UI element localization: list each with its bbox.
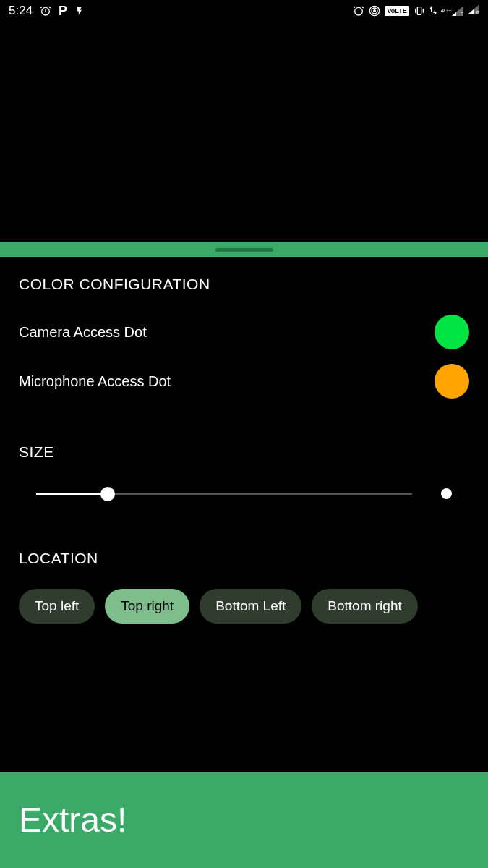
mic-color-dot[interactable]: [435, 364, 469, 399]
volte-badge: VoLTE: [385, 6, 408, 16]
svg-text:R: R: [461, 12, 463, 16]
status-time: 5:24: [9, 4, 33, 18]
svg-point-2: [374, 10, 376, 12]
size-slider[interactable]: [19, 488, 469, 499]
mic-color-label: Microphone Access Dot: [19, 373, 171, 390]
chip-bottom-right[interactable]: Bottom right: [312, 589, 417, 624]
location-chips: Top left Top right Bottom Left Bottom ri…: [19, 589, 469, 624]
color-config-header: COLOR CONFIGURATION: [19, 276, 469, 293]
slider-thumb[interactable]: [100, 487, 115, 501]
slider-preview-dot: [441, 488, 452, 499]
status-bar-right: VoLTE 4G+ R R: [353, 4, 479, 17]
size-section: SIZE: [19, 443, 469, 499]
camera-color-row[interactable]: Camera Access Dot: [19, 315, 469, 349]
status-bar: 5:24 P VoLTE 4G+ R R: [0, 0, 488, 22]
p-icon: P: [59, 4, 67, 19]
extras-banner[interactable]: Extras!: [0, 772, 488, 868]
alarm-icon: [40, 5, 51, 17]
mic-color-row[interactable]: Microphone Access Dot: [19, 364, 469, 399]
chip-top-left[interactable]: Top left: [19, 589, 95, 624]
size-header: SIZE: [19, 443, 469, 461]
camera-color-dot[interactable]: [435, 315, 469, 349]
location-section: LOCATION Top left Top right Bottom Left …: [19, 550, 469, 624]
extras-text: Extras!: [19, 800, 127, 840]
status-bar-left: 5:24 P: [9, 4, 85, 19]
drag-handle[interactable]: [215, 248, 273, 252]
alarm-icon-2: [353, 5, 364, 17]
slider-track[interactable]: [36, 493, 412, 495]
empty-area: [0, 22, 488, 242]
settings-content: COLOR CONFIGURATION Camera Access Dot Mi…: [0, 257, 488, 642]
hotspot-icon: [369, 5, 380, 17]
camera-color-label: Camera Access Dot: [19, 324, 147, 341]
chip-bottom-left[interactable]: Bottom Left: [200, 589, 301, 624]
svg-text:R: R: [476, 10, 479, 14]
chip-top-right[interactable]: Top right: [105, 589, 189, 624]
signal-icon-2: R: [468, 4, 479, 17]
slider-fill: [36, 493, 108, 495]
svg-rect-5: [417, 7, 421, 15]
drag-handle-bar[interactable]: [0, 242, 488, 257]
color-config-section: COLOR CONFIGURATION Camera Access Dot Mi…: [19, 276, 469, 399]
network-label: 4G+ R: [441, 6, 463, 16]
flash-icon: [74, 4, 85, 17]
vibrate-icon: [414, 5, 425, 17]
location-header: LOCATION: [19, 550, 469, 567]
data-icon: [429, 6, 437, 16]
svg-point-1: [355, 7, 363, 15]
